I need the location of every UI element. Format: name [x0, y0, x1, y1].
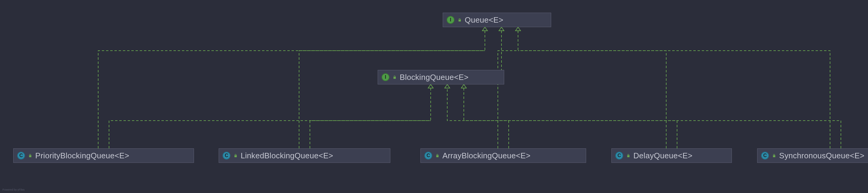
- node-sync[interactable]: CSynchronousQueue<E>: [757, 148, 868, 163]
- node-label: PriorityBlockingQueue<E>: [35, 151, 129, 160]
- class-badge: C: [223, 152, 230, 160]
- connectors-layer: [0, 0, 868, 193]
- node-label: Queue<E>: [465, 16, 503, 25]
- interface-badge: I: [381, 73, 390, 81]
- watermark: Powered by yFiles: [2, 188, 25, 191]
- node-delay[interactable]: CDelayQueue<E>: [611, 148, 732, 163]
- node-array[interactable]: CArrayBlockingQueue<E>: [421, 148, 586, 163]
- interface-badge: I: [447, 16, 455, 24]
- node-blockingQueue[interactable]: IBlockingQueue<E>: [378, 70, 504, 84]
- lock-icon: [28, 154, 32, 158]
- connector: [518, 51, 666, 148]
- connector: [498, 51, 518, 148]
- arrowhead-icon: [461, 84, 467, 88]
- class-badge: C: [17, 152, 25, 160]
- node-priority[interactable]: CPriorityBlockingQueue<E>: [13, 148, 194, 163]
- connector: [109, 121, 431, 148]
- node-label: ArrayBlockingQueue<E>: [442, 151, 530, 160]
- class-badge: C: [615, 152, 623, 160]
- lock-icon: [772, 154, 776, 158]
- connector: [310, 121, 431, 148]
- node-linked[interactable]: CLinkedBlockingQueue<E>: [219, 148, 390, 163]
- connector: [447, 88, 509, 148]
- connector: [518, 51, 830, 148]
- node-label: LinkedBlockingQueue<E>: [241, 151, 333, 160]
- class-badge: C: [761, 152, 769, 160]
- connector: [464, 121, 677, 148]
- connector: [299, 51, 485, 148]
- node-label: SynchronousQueue<E>: [779, 151, 864, 160]
- lock-icon: [626, 154, 630, 158]
- connector: [98, 51, 485, 148]
- arrowhead-icon: [428, 84, 433, 88]
- node-queue[interactable]: IQueue<E>: [443, 13, 551, 27]
- node-label: BlockingQueue<E>: [400, 73, 469, 82]
- connector: [464, 121, 841, 148]
- arrowhead-icon: [445, 84, 450, 88]
- arrowhead-icon: [499, 27, 504, 31]
- class-badge: C: [424, 152, 432, 160]
- lock-icon: [435, 154, 439, 158]
- node-label: DelayQueue<E>: [633, 151, 692, 160]
- arrowhead-icon: [483, 27, 488, 31]
- lock-icon: [458, 18, 462, 22]
- lock-icon: [234, 154, 238, 158]
- arrowhead-icon: [516, 27, 521, 31]
- lock-icon: [393, 75, 397, 79]
